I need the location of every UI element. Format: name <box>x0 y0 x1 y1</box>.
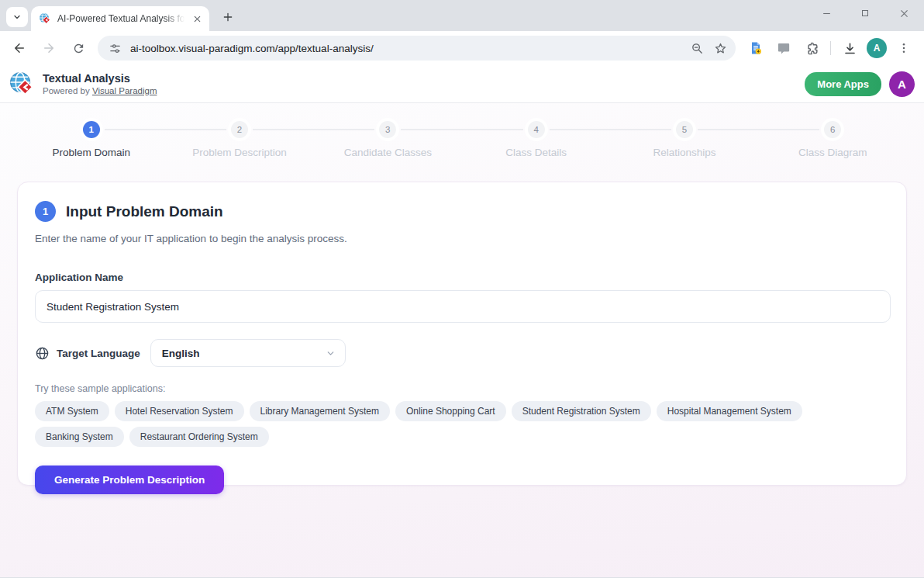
step-label: Problem Description <box>192 147 287 158</box>
target-language-row: Target Language English <box>35 339 889 367</box>
tab-search-button[interactable] <box>6 7 28 27</box>
stepper-step[interactable]: 4 Class Details <box>462 112 610 158</box>
site-settings-icon[interactable] <box>107 40 122 56</box>
new-tab-button[interactable] <box>217 6 239 28</box>
user-avatar[interactable]: A <box>889 71 915 97</box>
sample-chip[interactable]: Banking System <box>35 427 124 447</box>
reload-button[interactable] <box>65 35 91 61</box>
input-problem-domain-card: 1 Input Problem Domain Enter the name of… <box>17 182 907 486</box>
step-number-circle: 2 <box>231 121 248 138</box>
powered-by-text: Powered by Visual Paradigm <box>43 85 157 96</box>
window-maximize-button[interactable] <box>857 5 873 21</box>
sample-chip[interactable]: ATM System <box>35 401 109 421</box>
reload-icon <box>72 42 85 55</box>
visual-paradigm-link[interactable]: Visual Paradigm <box>92 86 157 95</box>
stepper-step[interactable]: 5 Relationships <box>610 112 758 158</box>
forward-button[interactable] <box>36 35 62 61</box>
url-text[interactable]: ai-toolbox.visual-paradigm.com/app/textu… <box>130 43 681 54</box>
step-number-circle: 4 <box>528 121 545 138</box>
step-label: Candidate Classes <box>344 147 432 158</box>
sample-chips: ATM System Hotel Reservation System Libr… <box>35 401 818 447</box>
plus-icon <box>222 12 233 22</box>
target-language-value: English <box>162 348 200 359</box>
app-title-block: Textual Analysis Powered by Visual Parad… <box>43 71 157 97</box>
window-controls <box>819 0 916 26</box>
step-label: Problem Domain <box>52 147 130 158</box>
browser-menu-icon[interactable] <box>893 37 915 59</box>
target-language-label: Target Language <box>57 348 140 359</box>
target-language-select[interactable]: English <box>150 339 346 367</box>
step-label: Class Diagram <box>798 147 867 158</box>
visual-paradigm-logo-icon <box>9 71 35 97</box>
application-name-label: Application Name <box>35 272 889 283</box>
browser-profile-avatar[interactable]: A <box>867 38 887 58</box>
select-chevron-down-icon <box>326 348 336 358</box>
comment-extension-icon[interactable] <box>773 37 795 59</box>
bookmark-star-icon[interactable] <box>712 40 728 56</box>
extensions-puzzle-icon[interactable] <box>801 37 822 59</box>
step-label: Relationships <box>653 147 715 158</box>
stepper-step[interactable]: 2 Problem Description <box>165 112 313 158</box>
sample-chip[interactable]: Student Registration System <box>512 401 651 421</box>
sample-chip[interactable]: Restaurant Ordering System <box>129 427 269 447</box>
globe-icon <box>35 346 50 361</box>
app-header: Textual Analysis Powered by Visual Parad… <box>0 65 924 103</box>
sample-chip[interactable]: Library Management System <box>250 401 390 421</box>
browser-titlebar: AI-Powered Textual Analysis for <box>0 0 924 31</box>
back-arrow-icon <box>12 41 26 55</box>
sample-chip[interactable]: Online Shopping Cart <box>395 401 506 421</box>
visual-paradigm-favicon-icon <box>39 12 51 25</box>
sample-chip[interactable]: Hotel Reservation System <box>115 401 244 421</box>
toolbar-divider <box>830 41 831 55</box>
stepper-step[interactable]: 1 Problem Domain <box>17 112 165 158</box>
stepper: 1 Problem Domain 2 Problem Description 3… <box>0 103 924 158</box>
powered-by-prefix: Powered by <box>43 86 90 95</box>
chevron-down-icon <box>12 12 22 22</box>
card-description: Enter the name of your IT application to… <box>35 233 889 244</box>
app-title: Textual Analysis <box>43 71 157 85</box>
page-background: 1 Problem Domain 2 Problem Description 3… <box>0 103 924 577</box>
generate-problem-description-button[interactable]: Generate Problem Description <box>35 466 224 494</box>
step-number-circle: 1 <box>83 121 100 138</box>
tab-title: AI-Powered Textual Analysis for <box>57 13 184 24</box>
toolbar-actions: A <box>742 37 918 59</box>
window-minimize-button[interactable] <box>819 5 834 21</box>
header-actions: More Apps A <box>805 71 915 97</box>
stepper-step[interactable]: 3 Candidate Classes <box>314 112 462 158</box>
card-title: Input Problem Domain <box>66 203 223 220</box>
browser-toolbar: ai-toolbox.visual-paradigm.com/app/textu… <box>0 31 924 65</box>
card-header: 1 Input Problem Domain <box>35 201 889 222</box>
samples-heading: Try these sample applications: <box>35 383 889 394</box>
step-number-circle: 6 <box>824 121 841 138</box>
step-one-badge: 1 <box>35 201 56 222</box>
window-close-button[interactable] <box>896 5 912 21</box>
step-number-circle: 3 <box>379 121 396 138</box>
downloads-icon[interactable] <box>839 37 860 59</box>
step-number-circle: 5 <box>676 121 693 138</box>
stepper-step[interactable]: 6 Class Diagram <box>759 112 907 158</box>
browser-tab[interactable]: AI-Powered Textual Analysis for <box>31 6 209 31</box>
zoom-out-icon[interactable] <box>689 40 705 56</box>
application-name-input[interactable] <box>35 290 891 323</box>
sample-chip[interactable]: Hospital Management System <box>657 401 802 421</box>
more-apps-button[interactable]: More Apps <box>805 72 881 96</box>
back-button[interactable] <box>6 35 33 61</box>
tab-close-icon[interactable] <box>191 12 203 25</box>
step-label: Class Details <box>505 147 567 158</box>
address-bar[interactable]: ai-toolbox.visual-paradigm.com/app/textu… <box>98 36 736 61</box>
forward-arrow-icon <box>42 41 56 55</box>
docs-offline-extension-icon[interactable] <box>745 37 767 59</box>
